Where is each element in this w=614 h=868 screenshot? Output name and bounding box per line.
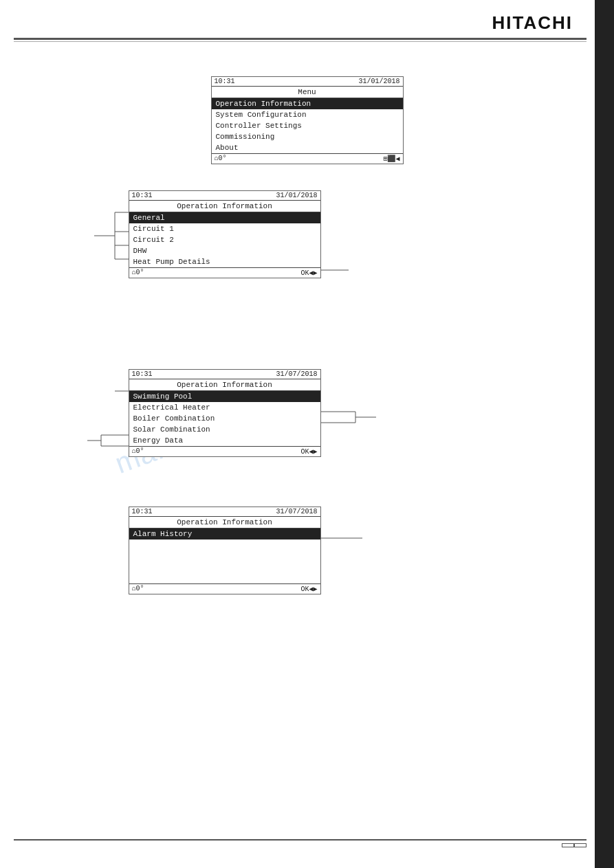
op-info-1-title: Operation Information [129,201,320,212]
page-numbers [562,843,586,847]
side-tab [595,0,614,868]
op-info-3-screen: 10:31 31/07/2018 Operation Information A… [129,507,321,594]
op-info-1-panel: 10:31 31/01/2018 Operation Information G… [129,190,321,278]
menu-footer-right: ⊞⬛◀ [383,155,399,163]
op-info-3-title: Operation Information [129,517,320,528]
op-info-2-item-4[interactable]: Energy Data [129,435,320,446]
op-info-3-empty-4 [129,572,320,583]
op-info-3-panel: 10:31 31/07/2018 Operation Information A… [129,507,321,594]
op-info-1-screen: 10:31 31/01/2018 Operation Information G… [129,190,321,278]
menu-footer-left: ⌂0° [215,155,227,163]
menu-item-4[interactable]: About [212,142,403,153]
op-info-2-item-2[interactable]: Boiler Combination [129,413,320,424]
op-info-3-empty-1 [129,539,320,550]
op-info-3-footer: ⌂0° OK◀▶ [129,583,320,594]
op-info-2-footer: ⌂0° OK◀▶ [129,446,320,456]
op-info-1-date: 31/01/2018 [276,192,317,199]
page-num-left [562,843,574,847]
op-info-2-item-0[interactable]: Swimming Pool [129,391,320,402]
op-info-2-footer-right: OK◀▶ [300,447,317,456]
op-info-3-time: 10:31 [132,508,153,515]
screen3-left-lines [39,369,129,479]
screen2-left-lines [39,190,129,300]
op-info-2-time: 10:31 [132,370,153,378]
op-info-1-footer-left: ⌂0° [132,269,144,277]
op-info-2-title: Operation Information [129,379,320,391]
screen4-right-annotations [321,507,431,616]
op-info-3-footer-left: ⌂0° [132,585,144,593]
op-info-1-item-4[interactable]: Heat Pump Details [129,256,320,267]
menu-item-2[interactable]: Controller Settings [212,120,403,131]
menu-time: 10:31 [215,78,235,85]
op-info-2-item-1[interactable]: Electrical Heater [129,402,320,413]
menu-footer: ⌂0° ⊞⬛◀ [212,153,403,164]
screen3-right-lines [321,369,431,479]
screen3-left-annotations [39,369,129,479]
page-bottom [14,839,586,847]
screen2-left-annotations [39,190,129,300]
op-info-1-item-3[interactable]: DHW [129,245,320,256]
op-info-1-time: 10:31 [132,192,153,199]
op-info-1-header: 10:31 31/01/2018 [129,191,320,201]
op-info-1-footer: ⌂0° OK◀▶ [129,267,320,278]
screen2-right-annotations [321,190,431,300]
op-info-1-item-0[interactable]: General [129,212,320,223]
divider-thick [14,38,586,40]
brand-logo: HITACHI [492,12,573,34]
op-info-2-header: 10:31 31/07/2018 [129,370,320,379]
op-info-3-header: 10:31 31/07/2018 [129,507,320,517]
menu-screen-section: 10:31 31/01/2018 Menu Operation Informat… [28,76,586,164]
menu-item-0[interactable]: Operation Information [212,98,403,109]
op-info-2-item-3[interactable]: Solar Combination [129,424,320,435]
main-content: 10:31 31/01/2018 Menu Operation Informat… [0,42,614,637]
op-info-1-item-2[interactable]: Circuit 2 [129,234,320,245]
op-info-2-footer-left: ⌂0° [132,447,144,456]
menu-item-1[interactable]: System Configuration [212,109,403,120]
op-info-3-empty-2 [129,550,320,561]
menu-date: 31/01/2018 [358,78,399,85]
menu-screen-header: 10:31 31/01/2018 [212,77,403,87]
op-info-3-footer-right: OK◀▶ [300,585,317,593]
op-info-2-screen: 10:31 31/07/2018 Operation Information S… [129,369,321,457]
screen4-left-annotations [39,507,129,616]
menu-panel: 10:31 31/01/2018 Menu Operation Informat… [211,76,404,164]
op-info-1-item-1[interactable]: Circuit 1 [129,223,320,234]
menu-item-3[interactable]: Commissioning [212,131,403,142]
op-info-3-item-0[interactable]: Alarm History [129,528,320,539]
op-info-3-empty-3 [129,561,320,572]
screen2-right-lines [321,190,431,300]
op-info-1-footer-right: OK◀▶ [300,269,317,277]
page-num-right [574,843,586,847]
header: HITACHI [0,0,614,34]
menu-title: Menu [212,87,403,98]
screen4-right-lines [321,507,431,616]
op-info-3-date: 31/07/2018 [276,508,317,515]
menu-screen: 10:31 31/01/2018 Menu Operation Informat… [211,76,404,164]
op-info-2-date: 31/07/2018 [276,370,317,378]
screen3-right-annotations [321,369,431,479]
op-info-2-panel: 10:31 31/07/2018 Operation Information S… [129,369,321,457]
